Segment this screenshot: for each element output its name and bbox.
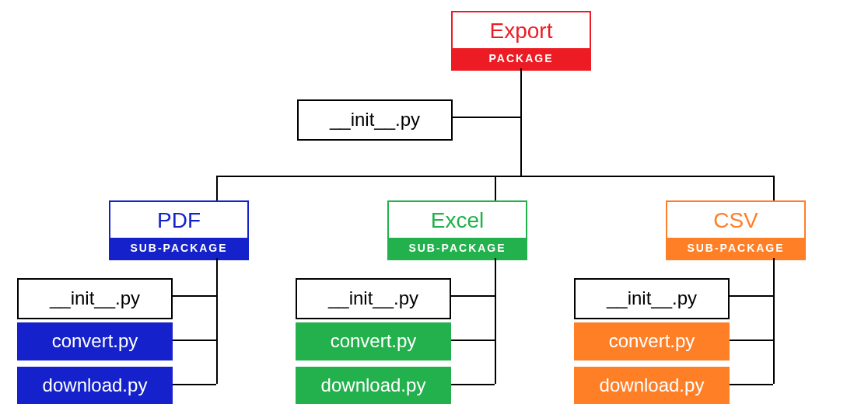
connector (173, 295, 216, 297)
subpackage-csv-name: CSV (667, 202, 804, 238)
package-export: Export PACKAGE (451, 11, 591, 71)
subpackage-pdf-name: PDF (110, 202, 247, 238)
connector (730, 384, 773, 385)
file-pdf-init: __init__.py (17, 278, 173, 319)
connector (520, 68, 522, 177)
package-export-tag: PACKAGE (453, 48, 590, 69)
connector (173, 384, 216, 385)
connector (730, 340, 773, 341)
file-csv-init: __init__.py (574, 278, 730, 319)
file-csv-convert: convert.py (574, 322, 730, 360)
subpackage-csv-tag: SUB-PACKAGE (667, 238, 804, 259)
file-root-init: __init__.py (297, 99, 453, 141)
subpackage-excel-tag: SUB-PACKAGE (389, 238, 526, 259)
file-excel-init: __init__.py (296, 278, 451, 319)
file-pdf-convert: convert.py (17, 322, 173, 360)
connector (216, 176, 218, 200)
file-csv-download: download.py (574, 367, 730, 404)
subpackage-excel: Excel SUB-PACKAGE (387, 200, 527, 260)
connector (495, 258, 496, 384)
connector (730, 295, 773, 297)
subpackage-csv: CSV SUB-PACKAGE (666, 200, 806, 260)
connector (173, 340, 216, 341)
subpackage-pdf-tag: SUB-PACKAGE (110, 238, 247, 259)
connector (773, 176, 775, 200)
connector (773, 258, 775, 384)
file-excel-download: download.py (296, 367, 451, 404)
subpackage-excel-name: Excel (389, 202, 526, 238)
connector (216, 258, 218, 384)
subpackage-pdf: PDF SUB-PACKAGE (109, 200, 249, 260)
connector (451, 340, 495, 341)
connector (451, 295, 495, 297)
file-excel-convert: convert.py (296, 322, 451, 360)
file-pdf-download: download.py (17, 367, 173, 404)
connector (451, 384, 495, 385)
package-export-name: Export (453, 12, 590, 48)
connector (495, 176, 496, 200)
connector (453, 117, 520, 118)
